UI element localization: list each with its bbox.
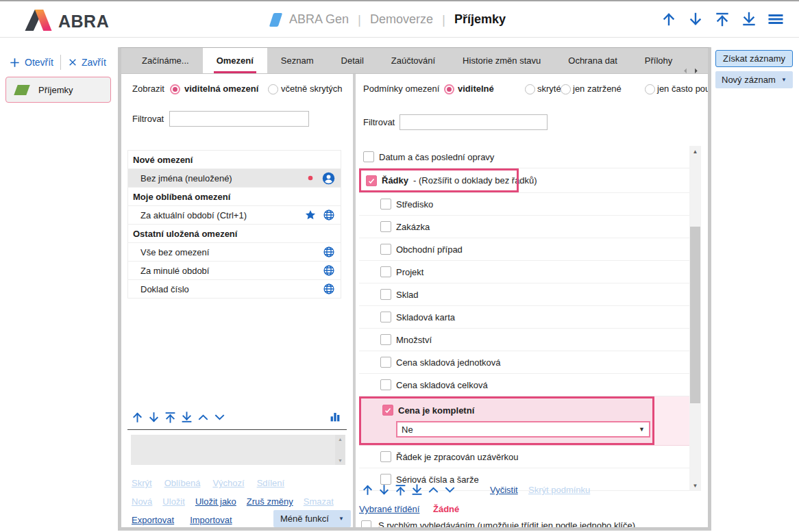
- condition-label: Cena skladová jednotková: [396, 357, 501, 368]
- radio-jen-zatrzene-label: jen zatržené: [573, 84, 622, 94]
- scroll-up-icon[interactable]: ▲: [689, 146, 701, 157]
- condition-label: Sklad: [396, 290, 419, 300]
- restriction-item-bez-jmena-neulozene[interactable]: Bez jména (neuložené): [128, 169, 341, 188]
- conditions-scrollbar[interactable]: ▲ ▼: [689, 146, 701, 491]
- open-agenda-button[interactable]: Otevřít: [25, 57, 53, 68]
- chevron-down-icon[interactable]: [213, 411, 226, 424]
- restriction-item-za-aktualni-obdobi-ctrl-1[interactable]: Za aktuální období (Ctrl+1): [128, 206, 341, 225]
- arrow-up-icon[interactable]: [131, 411, 144, 424]
- restrictions-list: Nové omezeníBez jména (neuložené)Moje ob…: [127, 150, 341, 299]
- checkbox-projekt[interactable]: [380, 266, 391, 277]
- scroll-tabs-right-icon[interactable]: [692, 67, 700, 75]
- abra-gen-slash-icon: [269, 13, 282, 27]
- condition-row-stredisko: Středisko: [359, 193, 689, 216]
- checkbox-stredisko[interactable]: [380, 199, 391, 210]
- chevron-down-icon: ▼: [339, 516, 344, 522]
- link-ulozit-jako[interactable]: Uložit jako: [195, 496, 236, 507]
- checkbox-radek-je-zpracovan-uzaverkou[interactable]: [380, 451, 391, 462]
- title-separator: |: [442, 12, 445, 27]
- checkbox-zakazka[interactable]: [380, 221, 391, 232]
- arrow-to-top-icon[interactable]: [164, 411, 177, 424]
- chevron-up-icon[interactable]: [197, 411, 210, 424]
- radio-jen-zatrzene[interactable]: [561, 84, 571, 94]
- app-header: ABRA ABRA Gen | Demoverze | Příjemky: [0, 1, 799, 38]
- restriction-item-za-minule-obdobi[interactable]: Za minulé období: [128, 262, 341, 280]
- restriction-item-vse-bez-omezeni[interactable]: Vše bez omezení: [128, 243, 341, 262]
- scroll-tabs-left-icon[interactable]: [682, 67, 689, 75]
- get-records-button[interactable]: Získat záznamy: [715, 50, 793, 67]
- condition-row-projekt: Projekt: [359, 261, 689, 283]
- scroll-down-icon[interactable]: ▼: [338, 458, 343, 463]
- condition-value-combobox[interactable]: Ne▼: [396, 421, 650, 438]
- conditions-filter-input[interactable]: [400, 114, 548, 130]
- less-functions-button[interactable]: Méně funkcí ▼: [273, 510, 351, 527]
- checkbox-mnozstvi[interactable]: [380, 334, 391, 345]
- tab-prilohy[interactable]: Přílohy: [631, 48, 686, 73]
- condition-label: Středisko: [396, 199, 433, 210]
- link-oblibena: Oblíbená: [164, 478, 201, 488]
- arrow-up-icon[interactable]: [661, 11, 677, 27]
- link-vybrane-trideni[interactable]: Vybrané třídění: [359, 504, 419, 514]
- condition-row-skladova-karta: Skladová karta: [359, 306, 689, 329]
- arrow-down-icon[interactable]: [687, 11, 704, 27]
- show-label: Zobrazit: [132, 84, 164, 94]
- restriction-item-label: Bez jména (neuložené): [140, 173, 305, 183]
- scroll-up-icon[interactable]: ▲: [338, 437, 343, 442]
- bar-chart-icon[interactable]: [329, 411, 341, 423]
- link-skryt-podminku: Skrýt podmínku: [528, 485, 590, 495]
- checkbox-skladova-karta[interactable]: [380, 312, 391, 322]
- agenda-card-prijemky[interactable]: Příjemky: [5, 77, 111, 103]
- tab-zaciname[interactable]: Začínáme...: [128, 48, 203, 73]
- app-name: ABRA Gen: [289, 12, 349, 27]
- link-exportovat[interactable]: Exportovat: [132, 515, 174, 525]
- checkbox-cena-je-kompletni[interactable]: [382, 405, 393, 416]
- checkbox-obchodni-pripad[interactable]: [380, 244, 391, 255]
- checkbox-quick-search[interactable]: [361, 520, 371, 527]
- checkbox-cena-skladova-jednotkova[interactable]: [380, 357, 391, 368]
- arrow-up-icon[interactable]: [361, 483, 374, 496]
- arrow-to-bottom-icon[interactable]: [741, 11, 757, 27]
- chevron-down-icon[interactable]: [443, 483, 456, 496]
- less-functions-label: Méně funkcí: [280, 514, 329, 524]
- condition-label: Řádek je zpracován uzávěrkou: [396, 452, 519, 462]
- logo-text: ABRA: [58, 12, 109, 31]
- tab-seznam[interactable]: Seznam: [267, 48, 328, 73]
- radio-vcetne-skrytych[interactable]: [268, 84, 278, 94]
- checkbox-sklad[interactable]: [380, 289, 391, 300]
- checkbox-radky[interactable]: [366, 175, 377, 186]
- link-zrus-zmeny[interactable]: Zruš změny: [247, 496, 293, 507]
- checkbox-datum-a-cas-posledni-opravy[interactable]: [363, 151, 374, 162]
- new-record-button[interactable]: Nový záznam ▼: [715, 71, 793, 88]
- link-importovat[interactable]: Importovat: [190, 515, 232, 525]
- link-skryt: Skrýt: [132, 478, 152, 488]
- restriction-item-doklad-cislo[interactable]: Doklad číslo: [128, 280, 341, 299]
- restriction-group-header: Nové omezení: [128, 151, 341, 169]
- restrictions-filter-input[interactable]: [169, 111, 309, 127]
- globe-icon: [323, 209, 335, 221]
- chevron-up-icon[interactable]: [427, 483, 440, 496]
- radio-viditelna-omezeni[interactable]: [170, 84, 180, 94]
- restriction-item-icons: [304, 209, 335, 221]
- tab-zauctovani[interactable]: Zaúčtování: [378, 48, 449, 73]
- arrow-to-top-icon[interactable]: [394, 483, 407, 496]
- tab-detail[interactable]: Detail: [328, 48, 378, 73]
- arrow-down-icon[interactable]: [378, 483, 391, 496]
- arrow-to-bottom-icon[interactable]: [180, 411, 193, 424]
- arrow-to-top-icon[interactable]: [714, 11, 730, 27]
- arrow-down-icon[interactable]: [147, 411, 160, 424]
- filter-label: Filtrovat: [363, 117, 395, 127]
- checkbox-cena-skladova-celkova[interactable]: [380, 379, 391, 390]
- close-agenda-button[interactable]: Zavřít: [82, 57, 106, 68]
- restriction-item-label: Za aktuální období (Ctrl+1): [140, 210, 304, 220]
- scroll-down-icon[interactable]: ▼: [689, 480, 701, 491]
- tab-omezeni[interactable]: Omezení: [203, 48, 267, 73]
- tab-ochrana-dat[interactable]: Ochrana dat: [554, 48, 631, 73]
- link-vycistit[interactable]: Vyčistit: [490, 485, 518, 495]
- radio-skryte[interactable]: [525, 84, 535, 94]
- radio-jen-casto-pouzivane[interactable]: [645, 84, 655, 94]
- radio-viditelne[interactable]: [444, 84, 454, 94]
- scrollbar-thumb[interactable]: [690, 227, 700, 403]
- menu-icon[interactable]: [767, 11, 784, 27]
- tab-historie-zmen-stavu[interactable]: Historie změn stavu: [449, 48, 554, 73]
- arrow-to-bottom-icon[interactable]: [410, 483, 423, 496]
